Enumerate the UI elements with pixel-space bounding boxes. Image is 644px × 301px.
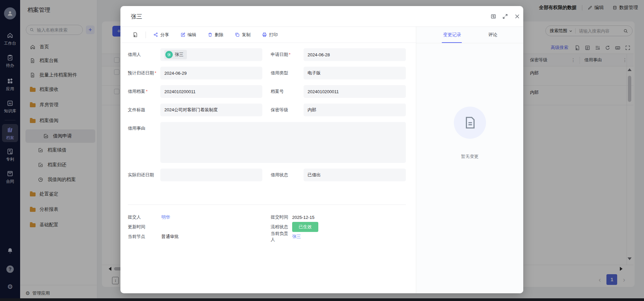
expected-return-date-field[interactable]: 2024-06-29 <box>160 67 262 79</box>
modal-header: 张三 <box>120 6 523 27</box>
field-label: 借用事由 <box>128 122 160 163</box>
actual-return-date-field[interactable] <box>160 169 262 181</box>
field-label: 借用档案* <box>128 85 160 98</box>
active-tab-underline <box>442 42 462 43</box>
field-label: 文件标题 <box>128 104 160 116</box>
edit-button[interactable]: 编辑 <box>180 32 196 38</box>
borrow-status-field[interactable]: 已借出 <box>304 169 406 181</box>
field-label: 保密等级 <box>271 104 304 116</box>
meta-label: 提交人 <box>128 214 161 220</box>
meta-label: 更新时间 <box>128 224 161 230</box>
field-label: 借用类型 <box>271 67 304 79</box>
record-toolbar: 分享 编辑 删除 复制 打印 <box>120 27 416 43</box>
file-title-field[interactable]: 2024公司对客部门着装制度 <box>160 104 262 116</box>
empty-state-text: 暂无变更 <box>416 154 523 160</box>
trash-icon <box>208 32 213 37</box>
window-bottom-edge <box>0 298 644 301</box>
share-icon <box>153 32 158 37</box>
archive-no-field[interactable]: 2024010200011 <box>304 85 406 98</box>
avatar: 张 <box>165 51 173 58</box>
field-label: 借用人 <box>128 48 160 61</box>
field-label: 预计归还日期* <box>128 67 160 79</box>
empty-doc-icon <box>454 107 486 139</box>
activity-tabs: 变更记录 评论 <box>416 27 523 43</box>
activity-panel: 变更记录 评论 暂无变更 <box>416 27 523 293</box>
field-label: 申请日期* <box>271 48 304 61</box>
tab-comments[interactable]: 评论 <box>488 27 497 43</box>
borrow-reason-field[interactable] <box>160 122 406 163</box>
copy-button[interactable]: 复制 <box>235 32 251 38</box>
side-panel-toggle-icon[interactable] <box>490 13 496 19</box>
secrecy-level-field[interactable]: 内部 <box>304 104 406 116</box>
print-button[interactable]: 打印 <box>262 32 278 38</box>
meta-label: 当前负责人 <box>271 231 292 243</box>
field-label: 档案号 <box>271 85 304 98</box>
printer-icon <box>262 32 267 37</box>
tab-change-log[interactable]: 变更记录 <box>443 27 461 43</box>
field-label: 借用状态 <box>271 169 304 181</box>
attachment-icon[interactable] <box>132 32 138 38</box>
modal-body: 分享 编辑 删除 复制 打印 <box>120 27 523 293</box>
meta-label: 当前节点 <box>128 234 161 240</box>
borrow-type-field[interactable]: 电子版 <box>304 67 406 79</box>
user-chip[interactable]: 张 张三 <box>164 50 187 59</box>
owner-link[interactable]: 张三 <box>292 234 301 239</box>
meta-label: 提交时间 <box>271 214 292 220</box>
share-button[interactable]: 分享 <box>153 32 169 38</box>
toolbar-divider <box>146 32 146 38</box>
close-icon[interactable] <box>514 13 520 19</box>
borrowed-archive-field[interactable]: 2024010200011 <box>160 85 262 98</box>
edit-icon <box>180 32 185 37</box>
expand-icon[interactable] <box>502 13 508 19</box>
record-detail-pane: 分享 编辑 删除 复制 打印 <box>120 27 416 293</box>
record-form: 借用人 张 张三 申请日期* 2024-06-28 预计归还日期* 2024-0… <box>120 43 416 181</box>
delete-button[interactable]: 删除 <box>208 32 223 38</box>
empty-state: 暂无变更 <box>416 107 523 160</box>
record-meta: 提交人 明华 提交时间 2025-12-15 更新时间 流程状态 已生效 当前节… <box>128 213 406 241</box>
borrower-field[interactable]: 张 张三 <box>160 48 262 61</box>
submit-time-value: 2025-12-15 <box>292 215 315 220</box>
copy-icon <box>235 32 240 37</box>
flow-status-badge: 已生效 <box>292 222 318 232</box>
modal-title: 张三 <box>131 13 142 20</box>
current-node-value: 普通审批 <box>161 234 271 240</box>
submitter-link[interactable]: 明华 <box>161 215 170 220</box>
footer-divider <box>128 204 406 205</box>
apply-date-field[interactable]: 2024-06-28 <box>304 48 406 61</box>
meta-label: 流程状态 <box>271 224 292 230</box>
record-detail-modal: 张三 分享 编辑 删除 <box>120 6 523 293</box>
field-label: 实际归还日期 <box>128 169 160 181</box>
